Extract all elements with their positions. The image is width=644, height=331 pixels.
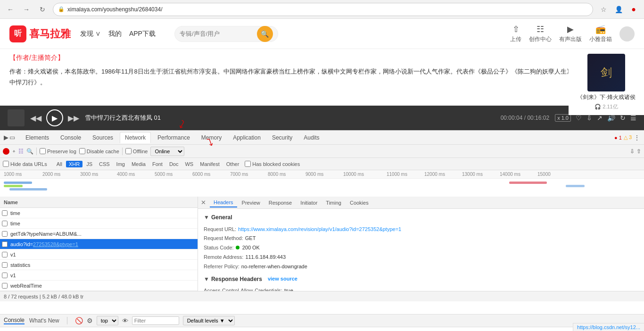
console-levels-select[interactable]: Default levels ▼	[183, 316, 235, 325]
type-js[interactable]: JS	[83, 161, 95, 167]
search-button[interactable]: 🔍	[257, 26, 273, 42]
req-check-4[interactable]	[2, 241, 8, 247]
request-row-v1b[interactable]: v1	[0, 270, 198, 281]
request-row-time1[interactable]: time	[0, 208, 198, 218]
devtools-menu-button[interactable]: ⋮	[634, 134, 640, 141]
request-row-gettdk[interactable]: getTdk?typeName=ALBUM&...	[0, 229, 198, 239]
upload-action[interactable]: ⇧ 上传	[510, 24, 521, 43]
record-button[interactable]	[3, 148, 9, 155]
export-button[interactable]: ⇧	[636, 148, 641, 155]
volume-button[interactable]: 🔊	[607, 114, 615, 122]
disable-cache-checkbox[interactable]	[79, 148, 85, 154]
tts-action[interactable]: ▶ 有声出版	[559, 24, 582, 43]
tab-elements[interactable]: Elements	[21, 132, 54, 143]
req-check-5[interactable]	[2, 252, 8, 257]
response-headers-title[interactable]: ▼ Response Headers view source	[204, 274, 638, 285]
tab-network[interactable]: Network	[120, 132, 151, 143]
preserve-log-label[interactable]: Preserve log	[40, 148, 76, 154]
has-blocked-cookies-checkbox[interactable]	[245, 161, 251, 167]
offline-checkbox[interactable]	[125, 148, 132, 154]
tab-performance[interactable]: Performance	[153, 132, 195, 143]
clear-button[interactable]: ⍏	[12, 148, 16, 155]
speaker-action[interactable]: 📻 小雅音箱	[589, 24, 612, 43]
extension-button[interactable]: ●	[628, 4, 639, 15]
detail-tab-response[interactable]: Response	[265, 199, 296, 207]
disable-cache-label[interactable]: Disable cache	[79, 148, 119, 154]
req-check-6[interactable]	[2, 262, 8, 268]
nav-app[interactable]: APP下载	[129, 30, 156, 38]
account-button[interactable]: 👤	[613, 4, 624, 15]
tab-console[interactable]: Console	[56, 132, 86, 143]
loop-button[interactable]: ↻	[620, 114, 626, 122]
create-action[interactable]: ☷ 创作中心	[529, 24, 552, 43]
playlist-button[interactable]: ☰	[630, 114, 636, 122]
detail-tab-timing[interactable]: Timing	[322, 199, 345, 207]
request-row-v1a[interactable]: v1	[0, 249, 198, 260]
console-filter-input[interactable]	[132, 316, 179, 325]
address-bar[interactable]: 🔒 ximalaya.com/youshengshu/2684034/	[53, 3, 593, 16]
req-check-8[interactable]	[2, 283, 8, 289]
type-font[interactable]: Font	[149, 161, 165, 167]
detail-tab-initiator[interactable]: Initiator	[297, 199, 321, 207]
type-all[interactable]: All	[54, 161, 65, 167]
console-eye-button[interactable]: 👁	[122, 317, 128, 324]
nav-mine[interactable]: 我的	[108, 30, 122, 38]
favorite-button[interactable]: ♡	[576, 114, 582, 122]
reload-button[interactable]: ↻	[37, 4, 48, 15]
req-check-3[interactable]	[2, 231, 8, 237]
type-img[interactable]: Img	[114, 161, 128, 167]
response-headers-toggle[interactable]: ▼	[204, 274, 209, 285]
tab-sources[interactable]: Sources	[88, 132, 118, 143]
hide-data-url-label[interactable]: Hide data URLs	[3, 161, 47, 167]
download-button[interactable]: ⇩	[586, 114, 592, 122]
bookmark-button[interactable]: ☆	[598, 4, 609, 15]
preserve-log-checkbox[interactable]	[40, 148, 46, 154]
console-clear-button[interactable]: 🚫	[75, 317, 83, 324]
detail-tab-preview[interactable]: Preview	[238, 199, 264, 207]
book-cover[interactable]: 剑	[587, 54, 625, 91]
context-select[interactable]: top	[97, 316, 118, 325]
req-check-7[interactable]	[2, 273, 8, 278]
avatar[interactable]	[619, 26, 635, 41]
forward-button[interactable]: →	[21, 4, 32, 15]
filter-button[interactable]: ☷	[18, 148, 24, 155]
has-blocked-cookies-label[interactable]: Has blocked cookies	[245, 161, 300, 167]
next-button[interactable]: ▶▶	[68, 114, 79, 123]
request-row-audio[interactable]: audio?id=27253528&ptype=1	[0, 239, 198, 249]
request-row-time2[interactable]: time	[0, 218, 198, 229]
detail-tab-headers[interactable]: Headers	[210, 198, 237, 207]
search-network-button[interactable]: 🔍	[26, 148, 33, 155]
general-toggle[interactable]: ▼	[204, 213, 209, 223]
type-manifest[interactable]: Manifest	[197, 161, 223, 167]
request-row-statistics[interactable]: statistics	[0, 260, 198, 270]
back-button[interactable]: ←	[5, 4, 16, 15]
console-settings-button[interactable]: ⚙	[87, 317, 93, 324]
view-source-link[interactable]: view source	[268, 274, 297, 284]
request-row-webrealtime[interactable]: webRealTime	[0, 281, 198, 291]
type-ws[interactable]: WS	[182, 161, 196, 167]
speed-button[interactable]: x 1.0	[555, 114, 571, 122]
console-tab-console[interactable]: Console	[4, 317, 25, 324]
devtools-inspect-button[interactable]: ▶	[4, 134, 8, 141]
type-css[interactable]: CSS	[96, 161, 113, 167]
throttle-select[interactable]: Online Slow 3G Fast 3G	[150, 147, 184, 156]
search-input[interactable]	[180, 30, 259, 37]
prev-button[interactable]: ◀◀	[30, 114, 41, 123]
offline-label[interactable]: Offline	[125, 148, 148, 154]
nav-discover[interactable]: 发现 ∨	[80, 30, 101, 38]
play-button[interactable]: ▶	[46, 109, 63, 126]
req-check-1[interactable]	[2, 210, 8, 216]
console-tab-whatsnew[interactable]: What's New	[29, 317, 59, 324]
type-media[interactable]: Media	[129, 161, 149, 167]
tab-security[interactable]: Security	[267, 132, 297, 143]
details-close-button[interactable]: ✕	[201, 199, 206, 206]
author-title[interactable]: 【作者/主播简介】	[9, 54, 635, 62]
import-button[interactable]: ⇩	[630, 148, 635, 155]
detail-tab-cookies[interactable]: Cookies	[346, 199, 372, 207]
tab-memory[interactable]: Memory	[197, 132, 226, 143]
type-xhr[interactable]: XHR	[66, 161, 83, 167]
general-section-title[interactable]: ▼ General	[204, 213, 638, 223]
share-button[interactable]: ↗	[597, 114, 603, 122]
devtools-mobile-button[interactable]: ▭	[9, 134, 15, 141]
req-check-2[interactable]	[2, 221, 8, 226]
